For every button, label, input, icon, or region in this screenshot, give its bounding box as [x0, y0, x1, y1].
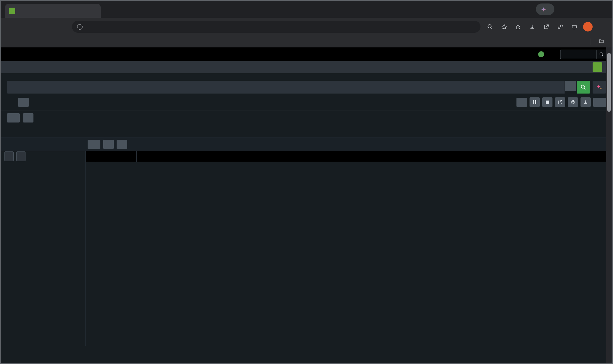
window-maximize-button[interactable] [575, 1, 594, 18]
scroll-down-icon[interactable] [606, 358, 612, 363]
job-menu-button[interactable] [516, 98, 527, 107]
scrollbar-thumb[interactable] [607, 53, 611, 112]
bookmark-star-icon[interactable] [498, 20, 510, 33]
send-to-device-icon[interactable] [568, 20, 581, 33]
results-tabs [1, 110, 612, 110]
bookmarks-bar [1, 36, 612, 47]
search-magnifier-icon [581, 84, 586, 90]
health-status-icon[interactable] [538, 51, 544, 57]
time-column-header [95, 151, 137, 162]
browser-tab[interactable] [5, 4, 101, 18]
splunk-favicon [9, 8, 15, 14]
stop-job-button[interactable] [542, 97, 552, 107]
vertical-scrollbar[interactable] [606, 47, 612, 363]
hide-fields-button[interactable] [4, 151, 14, 161]
address-bar[interactable] [72, 21, 480, 33]
gemini-star-icon [541, 7, 546, 12]
info-column-header [86, 151, 95, 162]
per-page-button[interactable] [103, 140, 114, 149]
search-query-input[interactable] [7, 81, 565, 94]
zoom-out-button[interactable] [23, 113, 33, 122]
link-icon[interactable] [554, 20, 566, 33]
results-controls-bar [1, 137, 612, 151]
ai-assistant-button[interactable] [593, 81, 606, 94]
app-brand[interactable] [593, 62, 605, 72]
events-timeline-chart[interactable] [1, 123, 612, 137]
browser-tab-strip [1, 1, 612, 18]
event-sampling-button[interactable] [18, 98, 29, 107]
ask-gemini-button[interactable] [536, 4, 554, 15]
events-table-header [86, 151, 607, 162]
folder-icon [599, 38, 604, 45]
window-close-button[interactable] [594, 1, 612, 18]
scroll-up-icon[interactable] [606, 47, 612, 52]
print-button[interactable] [568, 97, 578, 107]
export-button[interactable] [581, 97, 591, 107]
window-minimize-button[interactable] [557, 1, 575, 18]
reload-icon[interactable] [31, 20, 43, 33]
forward-icon[interactable] [18, 20, 31, 33]
downloads-icon[interactable] [526, 20, 538, 33]
fields-sidebar [1, 151, 86, 346]
search-reporting-logo-icon [593, 62, 602, 72]
back-icon[interactable] [5, 20, 18, 33]
app-navigation-bar [1, 61, 612, 73]
bookmarks-divider [590, 38, 590, 45]
view-mode-button[interactable] [117, 140, 127, 149]
format-results-button[interactable] [88, 140, 100, 149]
all-bookmarks-button[interactable] [599, 38, 607, 45]
find-search-icon[interactable] [596, 50, 606, 59]
timeline-format-button[interactable] [7, 113, 20, 122]
all-fields-button[interactable] [16, 151, 25, 161]
browser-toolbar [1, 18, 612, 36]
extensions-icon[interactable] [512, 20, 524, 33]
share-icon[interactable] [540, 20, 552, 33]
home-icon[interactable] [43, 20, 56, 33]
pause-job-button[interactable] [530, 97, 540, 107]
search-button[interactable] [577, 81, 590, 94]
time-range-picker[interactable] [565, 81, 576, 91]
events-list [86, 151, 607, 346]
find-search-box[interactable] [560, 50, 607, 59]
share-job-button[interactable] [555, 97, 565, 107]
search-tabs-icon[interactable] [484, 20, 496, 33]
ai-sparkle-icon [596, 84, 602, 90]
site-info-icon[interactable] [77, 24, 83, 30]
reading-list-icon[interactable] [56, 20, 69, 33]
browser-menu-icon[interactable] [595, 20, 608, 33]
search-mode-button[interactable] [593, 98, 606, 107]
splunk-header [1, 47, 612, 61]
profile-avatar[interactable] [583, 22, 593, 32]
